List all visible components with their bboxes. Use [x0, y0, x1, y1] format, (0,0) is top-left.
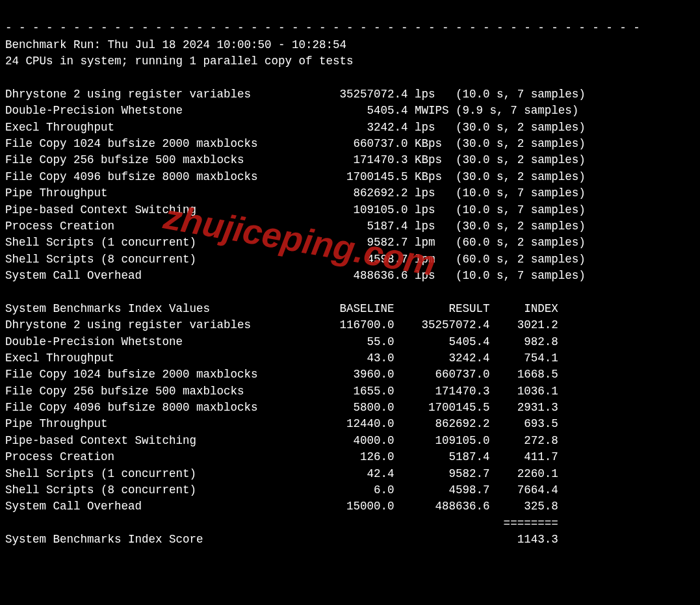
terminal-output: - - - - - - - - - - - - - - - - - - - - … — [0, 0, 700, 574]
test-results-block: Dhrystone 2 using register variables 352… — [5, 88, 586, 282]
benchmark-run-line: Benchmark Run: Thu Jul 18 2024 10:00:50 … — [5, 38, 346, 51]
cpu-info-line: 24 CPUs in system; running 1 parallel co… — [5, 55, 354, 68]
separator-line: - - - - - - - - - - - - - - - - - - - - … — [5, 21, 640, 34]
index-table-block: System Benchmarks Index Values BASELINE … — [5, 302, 558, 546]
